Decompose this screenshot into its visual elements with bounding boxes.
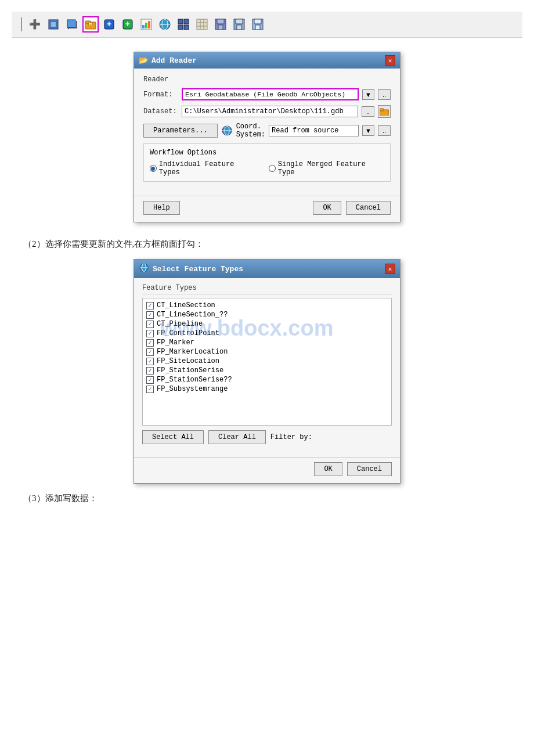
feature-name-ct-pipeline: CT_Pipeline <box>157 320 203 328</box>
add-icon[interactable]: ➕ <box>27 16 43 33</box>
sft-title: Select Feature Types <box>153 265 243 273</box>
feature-name-fp-controlpoint: FP_ControlPoint <box>157 329 219 337</box>
sft-close-button[interactable]: ✕ <box>385 264 395 274</box>
coord-input[interactable] <box>269 125 359 136</box>
checkbox-fp-marker[interactable]: ✓ <box>146 339 154 347</box>
feature-name-fp-stationserise: FP_StationSerise <box>157 366 223 375</box>
add-blue-icon[interactable]: + <box>101 16 117 33</box>
save2-icon[interactable] <box>231 16 247 33</box>
svg-rect-13 <box>145 23 147 28</box>
checkbox-fp-stationserise2[interactable]: ✓ <box>146 376 154 384</box>
dataset-row: Dataset: .. <box>143 105 391 118</box>
footer-left: Help <box>143 201 180 215</box>
dataset-browse-button[interactable]: .. <box>362 106 374 117</box>
titlebar-left: 📂 Add Reader <box>139 56 197 65</box>
coord-browse-button[interactable]: .. <box>378 125 391 136</box>
checkbox-fp-subsystemrange[interactable]: ✓ <box>146 386 154 393</box>
ok-button[interactable]: OK <box>313 201 341 215</box>
feature-name-ct-linesection: CT_LineSection <box>157 301 215 309</box>
feature-name-fp-sitelocation: FP_SiteLocation <box>157 357 219 365</box>
globe2-icon[interactable] <box>157 16 173 33</box>
list-item: ✓ FP_ControlPoint <box>146 329 388 338</box>
filter-label: Filter by: <box>270 433 312 441</box>
dataset-label: Dataset: <box>143 107 178 116</box>
reader-section-label: Reader <box>143 75 391 84</box>
workflow-section: Workflow Options Individual Feature Type… <box>143 143 391 182</box>
params-row: Parameters... Coord. System: ▼ .. <box>143 123 391 139</box>
option1-radio-circle <box>150 165 157 172</box>
select2-icon[interactable] <box>64 16 80 33</box>
dataset-folder-icon-button[interactable] <box>378 105 391 118</box>
chart-icon[interactable] <box>138 16 154 33</box>
feature-name-fp-subsystemrange: FP_Subsystemrange <box>157 385 228 393</box>
feature-list[interactable]: www.bdocx.com ✓ CT_LineSection ✓ CT_Line… <box>142 298 392 426</box>
format-input[interactable] <box>182 88 359 100</box>
format-browse-button[interactable]: .. <box>378 89 391 100</box>
checkbox-ct-linesection[interactable]: ✓ <box>146 302 154 309</box>
feature-name-ct-linesection2: CT_LineSection_?? <box>157 311 228 319</box>
save1-icon[interactable] <box>212 16 229 33</box>
clear-all-button[interactable]: Clear All <box>208 430 266 444</box>
checkbox-fp-sitelocation[interactable]: ✓ <box>146 358 154 365</box>
add-reader-close-button[interactable]: ✕ <box>385 55 395 66</box>
svg-rect-34 <box>254 19 261 24</box>
save3-icon[interactable] <box>250 16 266 33</box>
svg-rect-31 <box>236 19 243 24</box>
add-reader-title: Add Reader <box>151 56 197 65</box>
parameters-button[interactable]: Parameters... <box>143 124 218 138</box>
svg-text:+: + <box>125 20 130 29</box>
list-item: ✓ FP_MarkerLocation <box>146 347 388 357</box>
select-box-icon[interactable] <box>45 16 62 33</box>
sft-title-icon <box>139 262 149 275</box>
add-reader-dialog: 📂 Add Reader ✕ Reader Format: ▼ .. Datas… <box>134 52 400 222</box>
option1-radio-fill <box>151 167 155 171</box>
checkbox-fp-stationserise[interactable]: ✓ <box>146 367 154 375</box>
list-item: ✓ FP_StationSerise?? <box>146 375 388 384</box>
toolbar-separator <box>21 17 22 31</box>
svg-rect-14 <box>148 21 150 28</box>
checkbox-ct-linesection2[interactable]: ✓ <box>146 311 154 319</box>
cancel-button[interactable]: Cancel <box>346 201 391 215</box>
format-row: Format: ▼ .. <box>143 88 391 100</box>
dataset-input[interactable] <box>182 106 358 117</box>
svg-rect-12 <box>142 25 145 28</box>
svg-rect-2 <box>67 20 75 28</box>
list-item: ✓ CT_LineSection <box>146 301 388 310</box>
add-reader-dialog-wrapper: 📂 Add Reader ✕ Reader Format: ▼ .. Datas… <box>12 52 522 222</box>
svg-rect-28 <box>217 19 224 24</box>
svg-text:+: + <box>107 20 111 29</box>
select-feature-dialog: Select Feature Types ✕ Feature Types www… <box>134 259 400 484</box>
sft-cancel-button[interactable]: Cancel <box>347 462 392 476</box>
svg-rect-37 <box>380 109 384 111</box>
list-item: ✓ FP_SiteLocation <box>146 357 388 366</box>
grid2-icon[interactable] <box>194 16 210 33</box>
checkbox-fp-markerlocation[interactable]: ✓ <box>146 348 154 356</box>
format-label: Format: <box>143 91 178 99</box>
svg-rect-21 <box>184 25 189 30</box>
add-green-icon[interactable]: + <box>120 16 136 33</box>
sft-controls: Select All Clear All Filter by: <box>142 430 392 444</box>
option1-label: Individual Feature Types <box>159 160 257 177</box>
add-reader-titlebar: 📂 Add Reader ✕ <box>134 52 400 69</box>
instruction2: （3）添加写数据： <box>23 493 511 504</box>
checkbox-ct-pipeline[interactable]: ✓ <box>146 321 154 328</box>
feature-types-label: Feature Types <box>142 284 392 294</box>
toolbar: ➕ + + <box>12 12 522 38</box>
grid1-icon[interactable] <box>175 16 192 33</box>
add-reader-body: Reader Format: ▼ .. Dataset: .. Paramete… <box>134 69 400 196</box>
help-button[interactable]: Help <box>143 201 180 215</box>
svg-rect-18 <box>178 19 183 24</box>
option2-radio[interactable]: Single Merged Feature Type <box>269 160 384 177</box>
checkbox-fp-controlpoint[interactable]: ✓ <box>146 330 154 337</box>
format-dropdown-button[interactable]: ▼ <box>362 89 374 100</box>
open-db-icon[interactable] <box>82 16 99 33</box>
sft-footer: OK Cancel <box>134 457 400 483</box>
svg-rect-1 <box>50 21 56 27</box>
option2-label: Single Merged Feature Type <box>278 160 384 177</box>
list-item: ✓ CT_LineSection_?? <box>146 310 388 319</box>
sft-ok-button[interactable]: OK <box>314 462 342 476</box>
option1-radio[interactable]: Individual Feature Types <box>150 160 257 177</box>
svg-rect-35 <box>255 25 260 30</box>
select-all-button[interactable]: Select All <box>142 430 204 444</box>
coord-dropdown-button[interactable]: ▼ <box>362 125 374 136</box>
